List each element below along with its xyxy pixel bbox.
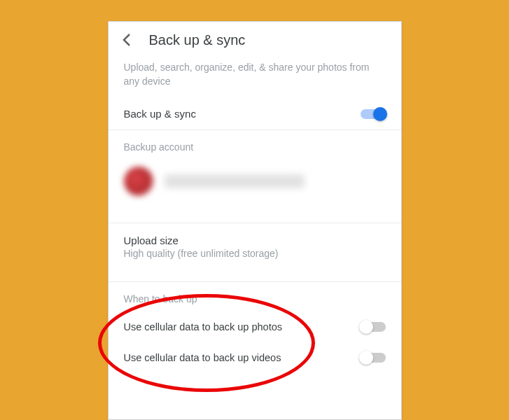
backup-sync-row[interactable]: Back up & sync bbox=[109, 108, 401, 120]
when-to-backup-section: When to back up Use cellular data to bac… bbox=[109, 282, 401, 380]
chevron-left-icon bbox=[123, 33, 131, 47]
cellular-photos-toggle[interactable] bbox=[361, 322, 386, 332]
cellular-videos-toggle[interactable] bbox=[361, 353, 386, 363]
back-button[interactable] bbox=[118, 31, 135, 48]
settings-screen: Back up & sync Upload, search, organize,… bbox=[108, 21, 402, 420]
intro-section: Upload, search, organize, edit, & share … bbox=[109, 61, 401, 88]
backup-account-header: Backup account bbox=[109, 130, 401, 160]
upload-size-title: Upload size bbox=[124, 234, 386, 246]
cellular-videos-label: Use cellular data to back up videos bbox=[124, 352, 281, 363]
upload-size-row[interactable]: Upload size High quality (free unlimited… bbox=[109, 223, 401, 274]
header: Back up & sync bbox=[109, 22, 401, 61]
account-email-redacted bbox=[165, 174, 305, 188]
cellular-photos-label: Use cellular data to back up photos bbox=[124, 321, 283, 332]
upload-size-subtitle: High quality (free unlimited storage) bbox=[124, 248, 386, 259]
intro-subtitle: Upload, search, organize, edit, & share … bbox=[124, 61, 386, 88]
backup-sync-toggle[interactable] bbox=[361, 109, 386, 119]
avatar bbox=[124, 167, 153, 196]
page-title: Back up & sync bbox=[149, 32, 246, 48]
cellular-photos-row[interactable]: Use cellular data to back up photos bbox=[109, 312, 401, 342]
backup-account-row[interactable] bbox=[109, 160, 401, 216]
when-to-backup-header: When to back up bbox=[109, 282, 401, 312]
cellular-videos-row[interactable]: Use cellular data to back up videos bbox=[109, 342, 401, 373]
backup-sync-label: Back up & sync bbox=[124, 108, 196, 120]
